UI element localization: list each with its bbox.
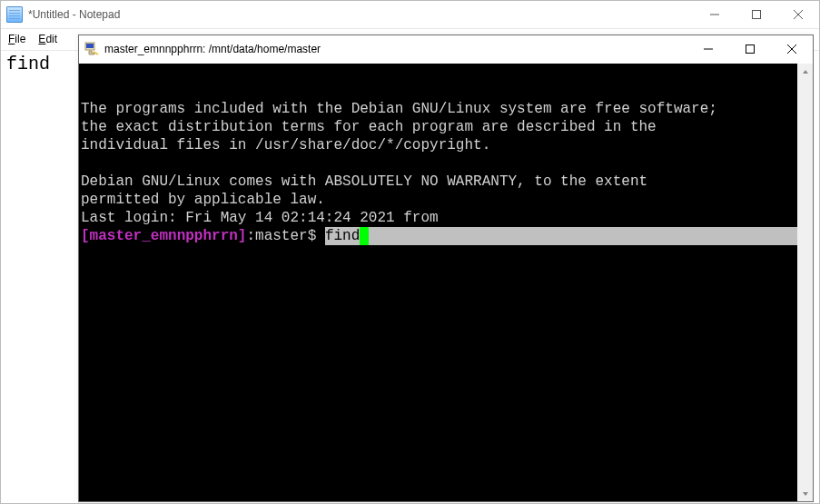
notepad-title: *Untitled - Notepad bbox=[28, 8, 120, 21]
maximize-button[interactable] bbox=[736, 1, 777, 28]
putty-window-buttons bbox=[687, 35, 813, 63]
prompt-bracket: [ bbox=[81, 228, 90, 244]
terminal-output: The programs included with the Debian GN… bbox=[79, 64, 797, 247]
motd-line: Debian GNU/Linux comes with ABSOLUTELY N… bbox=[81, 173, 647, 190]
prompt-bracket: ] bbox=[238, 228, 247, 244]
notepad-window-buttons bbox=[694, 1, 819, 28]
scroll-down-button[interactable] bbox=[797, 486, 813, 501]
last-login-line: Last login: Fri May 14 02:14:24 2021 fro… bbox=[81, 210, 439, 226]
terminal-client-area[interactable]: The programs included with the Debian GN… bbox=[79, 64, 797, 501]
svg-rect-0 bbox=[753, 11, 761, 19]
minimize-button[interactable] bbox=[694, 1, 736, 28]
command-text: find bbox=[325, 228, 360, 244]
menu-file[interactable]: File bbox=[8, 33, 25, 45]
svg-rect-2 bbox=[86, 44, 94, 48]
close-button[interactable] bbox=[777, 1, 819, 28]
motd-line: individual files in /usr/share/doc/*/cop… bbox=[81, 137, 490, 153]
motd-line: permitted by applicable law. bbox=[81, 192, 325, 208]
prompt-dollar: $ bbox=[308, 228, 325, 244]
minimize-button[interactable] bbox=[687, 35, 729, 63]
prompt-user: master_emnnpphrrn bbox=[90, 228, 238, 244]
svg-rect-3 bbox=[746, 45, 755, 54]
putty-title: master_emnnpphrrn: /mnt/data/home/master bbox=[104, 43, 321, 55]
prompt-sep: : bbox=[246, 228, 255, 244]
cursor-icon bbox=[360, 227, 369, 245]
putty-icon bbox=[84, 42, 99, 56]
putty-titlebar[interactable]: master_emnnpphrrn: /mnt/data/home/master bbox=[79, 35, 813, 63]
scrollbar[interactable] bbox=[797, 64, 813, 501]
putty-window: master_emnnpphrrn: /mnt/data/home/master… bbox=[78, 35, 814, 502]
prompt: [master_emnnpphrrn]:master$ bbox=[81, 228, 325, 244]
close-button[interactable] bbox=[771, 35, 813, 63]
notepad-titlebar[interactable]: *Untitled - Notepad bbox=[1, 1, 819, 29]
scroll-up-button[interactable] bbox=[797, 64, 813, 79]
notepad-icon bbox=[6, 6, 23, 23]
motd-line: The programs included with the Debian GN… bbox=[81, 101, 717, 117]
command-selection-bg bbox=[369, 227, 797, 245]
motd-line: the exact distribution terms for each pr… bbox=[81, 119, 657, 135]
maximize-button[interactable] bbox=[729, 35, 771, 63]
menu-edit[interactable]: Edit bbox=[38, 33, 57, 45]
command-input-region[interactable]: find bbox=[325, 227, 797, 245]
prompt-path: master bbox=[255, 228, 308, 244]
